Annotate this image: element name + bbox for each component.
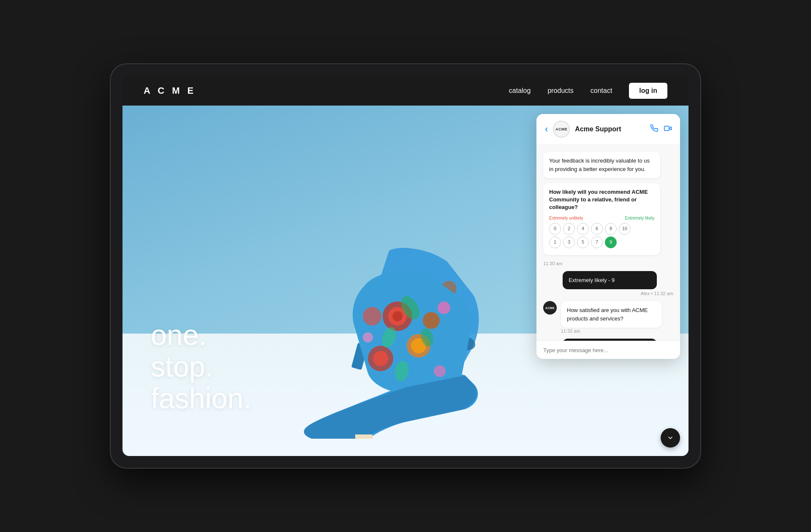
hero-section: one. stop. fashion. ‹ ACME Acme Support [122,106,689,456]
agent-avatar: ACME [543,301,557,315]
nps-row-odd: 1 3 5 7 9 [549,236,654,248]
nps-btn-4[interactable]: 4 [577,223,589,235]
nav-catalog[interactable]: catalog [509,87,531,95]
msg-satisfaction-question: How satisfied are you with ACME products… [561,301,662,328]
nps-labels: Extremely unlikely Extremely likely [549,215,654,221]
msg-satisfaction-timestamp: 11:32 am [561,328,673,334]
msg-nps-widget: How likely will you recommend ACME Commu… [543,183,660,255]
nav-products[interactable]: products [547,87,573,95]
svg-point-21 [438,301,450,314]
nps-btn-9[interactable]: 9 [605,236,617,248]
chat-back-button[interactable]: ‹ [545,124,548,135]
svg-marker-24 [669,127,671,130]
msg-outgoing-nps-response: Extremely likely - 9 [563,271,657,290]
tagline-line2: stop. [151,351,251,383]
svg-point-15 [423,312,440,329]
svg-point-23 [434,365,446,377]
nav-contact[interactable]: contact [591,87,612,95]
msg-satisfaction-row: ACME How satisfied are you with ACME pro… [543,301,673,334]
chat-title: Acme Support [575,125,645,133]
chat-avatar: ACME [553,121,570,138]
chat-messages: Your feedback is incredibly valuable to … [536,145,680,341]
video-icon[interactable] [664,125,672,134]
shoe-illustration [207,228,524,439]
nps-btn-0[interactable]: 0 [549,223,561,235]
phone-icon[interactable] [650,125,658,134]
device-frame: A C M E catalog products contact log in [110,63,701,469]
svg-point-22 [363,332,373,342]
msg-satisfaction-content: How satisfied are you with ACME products… [561,301,673,334]
nps-label-high: Extremely likely [625,215,654,221]
chat-input[interactable] [543,347,673,353]
nps-timestamp: 11:30 am [543,261,673,266]
nps-btn-1[interactable]: 1 [549,236,561,248]
nps-btn-3[interactable]: 3 [563,236,575,248]
nps-btn-7[interactable]: 7 [591,236,603,248]
msg-outgoing-1-wrapper: Extremely likely - 9 Alex • 11:32 am [563,271,673,296]
screen: A C M E catalog products contact log in [122,76,689,456]
msg-feedback-value: Your feedback is incredibly valuable to … [543,152,660,178]
nps-question: How likely will you recommend ACME Commu… [549,188,654,212]
navbar: A C M E catalog products contact log in [122,76,689,106]
nps-btn-5[interactable]: 5 [577,236,589,248]
hero-tagline: one. stop. fashion. [151,319,251,414]
svg-rect-25 [664,126,669,130]
login-button[interactable]: log in [629,83,667,99]
nps-btn-10[interactable]: 10 [619,223,631,235]
msg-outgoing-1-timestamp: Alex • 11:32 am [563,291,673,296]
nps-row-even: 0 2 4 6 8 10 [549,223,654,235]
nav-links: catalog products contact log in [509,83,667,99]
nps-btn-6[interactable]: 6 [591,223,603,235]
chat-input-area[interactable] [536,341,680,359]
svg-point-14 [373,351,388,366]
tagline-line1: one. [151,319,251,351]
chat-action-icons [650,125,672,134]
svg-point-16 [363,307,381,326]
svg-point-10 [392,311,403,321]
scroll-down-button[interactable] [661,428,680,448]
nps-label-low: Extremely unlikely [549,215,583,221]
brand-logo: A C M E [144,85,196,96]
chat-widget: ‹ ACME Acme Support [536,114,680,359]
tagline-line3: fashion. [151,383,251,414]
chat-header: ‹ ACME Acme Support [536,114,680,145]
nps-btn-8[interactable]: 8 [605,223,617,235]
nps-btn-2[interactable]: 2 [563,223,575,235]
